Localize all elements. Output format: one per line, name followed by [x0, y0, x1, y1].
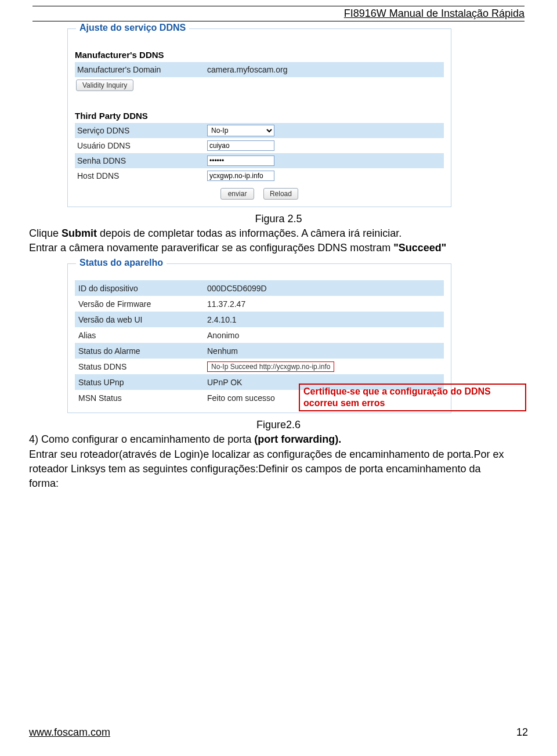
- ddns-host-input[interactable]: [207, 171, 274, 181]
- status-label: Alias: [75, 331, 207, 340]
- status-label: Versão de Firmware: [75, 299, 207, 309]
- status-row: Versão da web UI2.4.10.1: [75, 312, 444, 327]
- paragraph-succeed: Entrar a câmera novamente paraverificar …: [29, 241, 557, 255]
- status-value: Anonimo: [207, 331, 444, 340]
- ddns-host-row: Host DDNS: [75, 168, 444, 183]
- status-label: Status do Alarme: [75, 346, 207, 356]
- reload-button[interactable]: Reload: [263, 188, 298, 200]
- ddns-service-row: Serviço DDNS No-Ip: [75, 123, 444, 138]
- status-label: Status DDNS: [75, 362, 207, 371]
- page-footer: www.foscam.com 12: [29, 726, 528, 739]
- status-row: Versão de Firmware11.37.2.47: [75, 296, 444, 312]
- manufacturer-domain-label: Manufacturer's Domain: [75, 65, 207, 74]
- status-value: 11.37.2.47: [207, 299, 444, 309]
- validity-inquiry-button[interactable]: Validity Inquiry: [76, 79, 133, 91]
- ddns-host-label: Host DDNS: [75, 171, 207, 180]
- device-status-panel: Status do aparelho ID do dispositivo000D…: [67, 263, 451, 413]
- ddns-user-input[interactable]: [207, 140, 274, 151]
- status-label: MSN Status: [75, 393, 207, 403]
- status-row: ID do dispositivo000DC5D6099D: [75, 280, 444, 296]
- enviar-button[interactable]: enviar: [220, 188, 254, 200]
- page-header-title: FI8916W Manual de Instalação Rápida: [0, 8, 525, 20]
- footer-page-number: 12: [516, 726, 528, 739]
- status-row: Status do AlarmeNenhum: [75, 343, 444, 359]
- manufacturer-domain-value: camera.myfoscam.org: [207, 65, 444, 74]
- manufacturer-domain-row: Manufacturer's Domain camera.myfoscam.or…: [75, 62, 444, 77]
- third-party-ddns-heading: Third Party DDNS: [75, 111, 444, 121]
- status-row: Status DDNSNo-Ip Succeed http://ycxgwp.n…: [75, 359, 444, 374]
- paragraph-router-3: forma:: [29, 476, 557, 491]
- status-row: AliasAnonimo: [75, 327, 444, 343]
- ddns-user-row: Usuário DDNS: [75, 138, 444, 153]
- paragraph-router-1: Entrar seu roteador(através de Login)e l…: [29, 447, 557, 462]
- ddns-password-input[interactable]: [207, 155, 274, 166]
- figure-2-6-label: Figure2.6: [0, 419, 557, 431]
- ddns-user-label: Usuário DDNS: [75, 141, 207, 150]
- paragraph-router-2: roteador Linksys tem as seguintes config…: [29, 462, 557, 476]
- ddns-callout: Certifique-se que a configuração do DDNS…: [299, 384, 526, 411]
- status-label: Versão da web UI: [75, 315, 207, 324]
- ddns-panel-title: Ajuste do serviço DDNS: [76, 23, 189, 33]
- status-value: No-Ip Succeed http://ycxgwp.no-ip.info: [207, 361, 444, 372]
- ddns-password-label: Senha DDNS: [75, 156, 207, 165]
- ddns-status-highlight: No-Ip Succeed http://ycxgwp.no-ip.info: [207, 361, 334, 372]
- manufacturer-ddns-heading: Manufacturer's DDNS: [75, 50, 444, 60]
- ddns-service-select[interactable]: No-Ip: [207, 125, 274, 136]
- device-status-title: Status do aparelho: [76, 258, 167, 268]
- footer-url: www.foscam.com: [29, 726, 110, 739]
- paragraph-submit: Clique Submit depois de completar todas …: [29, 226, 557, 241]
- status-value: Nenhum: [207, 346, 444, 356]
- status-value: 2.4.10.1: [207, 315, 444, 324]
- status-label: Status UPnp: [75, 378, 207, 387]
- figure-2-5-label: Figura 2.5: [0, 213, 557, 225]
- ddns-service-label: Serviço DDNS: [75, 126, 207, 135]
- ddns-password-row: Senha DDNS: [75, 153, 444, 168]
- status-value: 000DC5D6099D: [207, 284, 444, 293]
- ddns-settings-panel: Ajuste do serviço DDNS Manufacturer's DD…: [67, 28, 451, 207]
- paragraph-port-forwarding: 4) Como configurar o encaminhamento de p…: [29, 432, 557, 447]
- status-label: ID do dispositivo: [75, 284, 207, 293]
